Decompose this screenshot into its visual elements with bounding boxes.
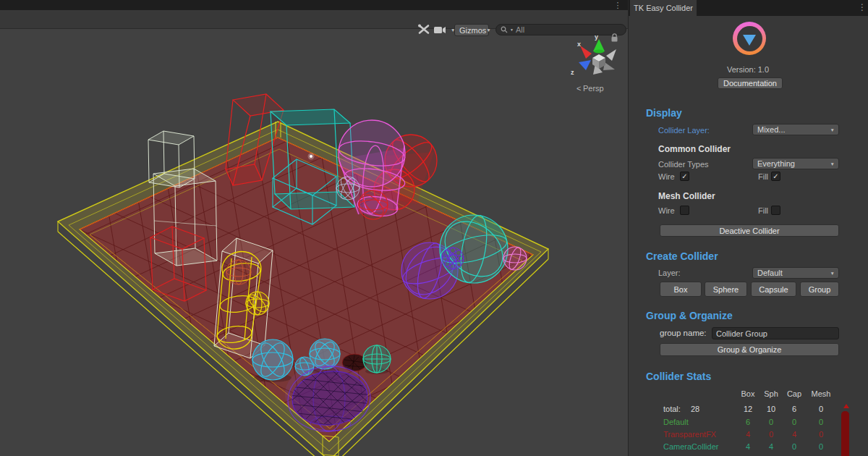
scene-viewport[interactable]: y x z < Persp	[0, 29, 628, 456]
collider-layer-label: Collider Layer:	[658, 126, 710, 135]
scene-view-pane[interactable]: ⋮ ▼ Gizmos ▼	[0, 0, 628, 456]
sphere-collider-slate-a	[252, 339, 293, 380]
panel-tab-title: TK Easy Collider	[634, 4, 693, 12]
stats-label: TransparentFX	[663, 430, 716, 439]
stats-col-mesh: Mesh	[807, 389, 835, 398]
collider-types-label: Collider Types	[658, 160, 709, 169]
scene-toolbar: ▼ Gizmos ▼ ▼ All	[0, 10, 628, 29]
y-axis-cone	[593, 39, 605, 51]
group-name-label: group name:	[660, 329, 707, 337]
scene-menu-kebab-icon[interactable]: ⋮	[613, 0, 623, 10]
create-layer-value: Default	[757, 269, 783, 277]
collider-stats-header: Collider Stats	[646, 371, 711, 382]
light-gizmo-dot[interactable]	[308, 153, 315, 160]
stats-value: 0	[780, 418, 809, 426]
collider-layer-dropdown[interactable]: Mixed... ▼	[752, 124, 839, 135]
group-name-input[interactable]	[712, 327, 839, 339]
persp-toggle[interactable]: < Persp	[576, 84, 604, 93]
dropdown-caret-icon: ▼	[830, 271, 835, 276]
documentation-button[interactable]: Documentation	[718, 77, 783, 89]
stats-value: 0	[807, 442, 835, 451]
stats-label: Default	[663, 418, 689, 426]
persp-label: Persp	[583, 84, 604, 93]
dropdown-caret-icon: ▼	[830, 127, 835, 132]
create-layer-dropdown[interactable]: Default ▼	[752, 267, 839, 279]
scrollbar-arrow-icon[interactable]	[843, 404, 849, 408]
stats-value: 0	[807, 418, 835, 426]
scene-title-bar: ⋮	[0, 0, 628, 10]
sphere-collider-teal-e	[363, 345, 391, 373]
mesh-wire-label: Wire	[658, 206, 675, 215]
dropdown-caret-icon: ▼	[830, 161, 835, 166]
plugin-logo	[733, 22, 766, 55]
persp-arrow-icon: <	[576, 84, 581, 93]
collider-types-dropdown[interactable]: Everything ▼	[752, 158, 839, 169]
stats-value: 0	[807, 405, 835, 413]
group-organize-header: Group & Organize	[646, 310, 733, 321]
x-axis-label: x	[577, 41, 581, 48]
common-fill-checkbox[interactable]: ✓	[771, 172, 780, 181]
stats-value: 4	[780, 430, 809, 439]
mesh-fill-label: Fill	[758, 206, 768, 215]
app-window: ⋮ ▼ Gizmos ▼	[0, 0, 868, 456]
mesh-fill-checkbox[interactable]	[771, 206, 780, 215]
tab-tk-easy-collider[interactable]: TK Easy Collider	[630, 0, 697, 16]
z-axis-label: z	[571, 69, 574, 76]
stats-value: 0	[807, 430, 835, 439]
stats-label: total:	[663, 405, 681, 413]
stats-value: 0	[780, 442, 809, 451]
stats-col-cap: Cap	[780, 389, 809, 398]
display-header: Display	[646, 107, 682, 119]
common-fill-label: Fill	[758, 172, 768, 181]
common-wire-label: Wire	[658, 172, 675, 181]
create-group-button[interactable]: Group	[800, 282, 839, 297]
panel-tab-bar: TK Easy Collider	[629, 0, 868, 16]
logo-triangle-icon	[743, 35, 756, 46]
mesh-wire-checkbox[interactable]	[680, 206, 689, 215]
lock-icon[interactable]	[612, 34, 618, 42]
stats-value: 6	[780, 405, 809, 413]
stats-label: CameraCollider	[663, 442, 718, 451]
check-icon: ✓	[773, 172, 778, 180]
check-icon: ✓	[681, 172, 687, 180]
collider-layer-value: Mixed...	[757, 125, 786, 134]
common-wire-checkbox[interactable]: ✓	[680, 172, 689, 181]
sphere-collider-yellow-small	[246, 292, 269, 315]
sphere-collider-magenta-small[interactable]	[503, 246, 527, 271]
collider-types-value: Everything	[757, 159, 795, 168]
sphere-collider-orange-wire	[226, 260, 251, 284]
stats-scrollbar[interactable]	[841, 411, 849, 456]
panel-menu-kebab-icon[interactable]: ⋮	[857, 2, 867, 14]
create-capsule-button[interactable]: Capsule	[751, 282, 796, 297]
y-axis-label: y	[595, 33, 598, 41]
create-collider-header: Create Collider	[646, 250, 718, 262]
deactive-collider-button[interactable]: Deactive Collider	[660, 224, 839, 237]
common-collider-header: Common Collider	[658, 144, 731, 154]
stats-total-count: 28	[691, 405, 699, 413]
axis-orientation-gizmo[interactable]: y x z	[571, 33, 616, 76]
version-label: Version: 1.0	[628, 65, 868, 74]
x-axis-cone	[580, 46, 592, 59]
z-axis-cone	[579, 60, 591, 70]
create-layer-label: Layer:	[658, 269, 681, 277]
create-sphere-button[interactable]: Sphere	[705, 282, 747, 297]
mesh-collider-header: Mesh Collider	[658, 191, 715, 201]
create-box-button[interactable]: Box	[660, 282, 702, 297]
group-organize-button[interactable]: Group & Organize	[660, 343, 839, 356]
